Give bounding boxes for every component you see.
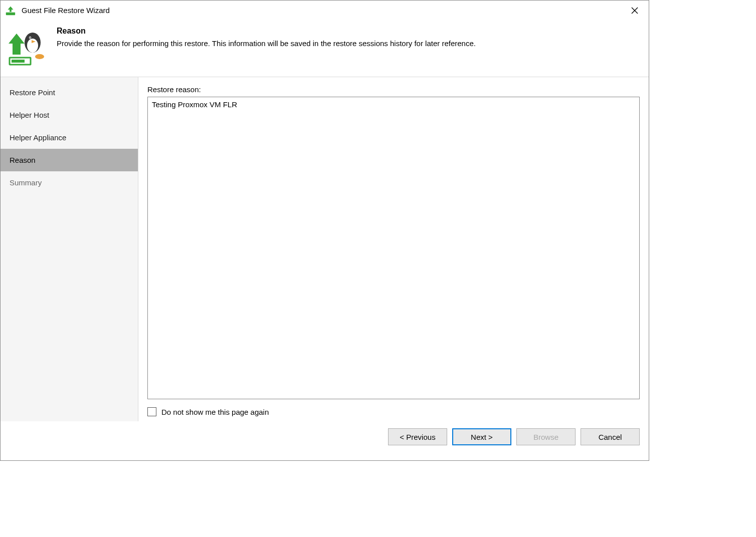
sidebar-item-label: Reason xyxy=(10,156,36,164)
previous-button[interactable]: < Previous xyxy=(388,428,447,445)
svg-point-6 xyxy=(30,37,31,38)
next-button[interactable]: Next > xyxy=(452,428,511,445)
sidebar-item-restore-point[interactable]: Restore Point xyxy=(1,81,138,104)
titlebar: Guest File Restore Wizard xyxy=(1,1,649,21)
wizard-header-icon xyxy=(7,27,48,68)
wizard-main: Restore reason: Do not show me this page… xyxy=(138,77,649,421)
dont-show-label: Do not show me this page again xyxy=(161,408,269,416)
close-icon[interactable] xyxy=(625,1,645,21)
wizard-sidebar: Restore Point Helper Host Helper Applian… xyxy=(1,77,138,421)
sidebar-item-reason[interactable]: Reason xyxy=(1,149,138,171)
reason-label: Restore reason: xyxy=(147,85,640,94)
cancel-button[interactable]: Cancel xyxy=(581,428,640,445)
sidebar-item-label: Helper Host xyxy=(10,111,49,119)
sidebar-item-label: Summary xyxy=(10,178,42,187)
browse-button: Browse xyxy=(516,428,576,445)
svg-rect-0 xyxy=(6,12,15,15)
header-heading: Reason xyxy=(57,27,476,36)
reason-input[interactable] xyxy=(147,97,640,399)
svg-point-7 xyxy=(35,54,44,59)
header-subtext: Provide the reason for performing this r… xyxy=(57,39,476,49)
wizard-footer: < Previous Next > Browse Cancel xyxy=(1,421,649,452)
sidebar-item-helper-appliance[interactable]: Helper Appliance xyxy=(1,126,138,149)
svg-rect-9 xyxy=(12,60,25,63)
window-title: Guest File Restore Wizard xyxy=(22,6,625,15)
dont-show-checkbox[interactable] xyxy=(147,407,156,416)
wizard-header: Reason Provide the reason for performing… xyxy=(1,21,649,77)
app-icon xyxy=(5,5,17,17)
sidebar-item-label: Helper Appliance xyxy=(10,133,66,142)
sidebar-item-helper-host[interactable]: Helper Host xyxy=(1,104,138,126)
sidebar-item-summary[interactable]: Summary xyxy=(1,171,138,194)
sidebar-item-label: Restore Point xyxy=(10,88,55,97)
